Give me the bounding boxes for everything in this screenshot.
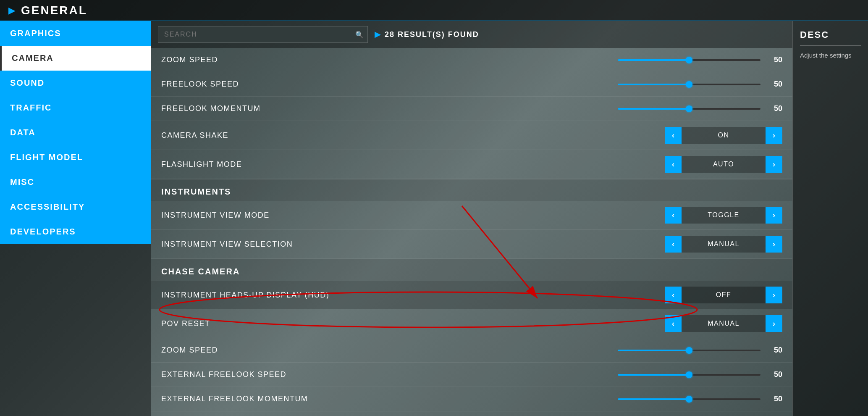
toggle-value: OFF <box>682 287 766 303</box>
slider-value: 50 <box>766 395 782 403</box>
search-bar: 🔍 ▶ 28 RESULT(S) FOUND <box>151 21 792 48</box>
sidebar-item-accessibility[interactable]: ACCESSIBILITY <box>0 195 151 219</box>
content-area: 🔍 ▶ 28 RESULT(S) FOUND ZOOM SPEED <box>151 21 792 416</box>
desc-text: Adjust the settings <box>800 51 861 61</box>
section-header-chase-camera: CHASE CAMERA <box>151 259 792 281</box>
sidebar-item-developers[interactable]: DEVELOPERS <box>0 219 151 244</box>
slider-track[interactable] <box>618 108 760 110</box>
slider-value: 50 <box>766 80 782 89</box>
slider-value: 50 <box>766 55 782 64</box>
toggle-flashlight-mode: ‹ AUTO › <box>665 156 782 173</box>
table-row: FREELOOK MOMENTUM 50 <box>151 97 792 121</box>
setting-label-external-freelook-speed: EXTERNAL FREELOOK SPEED <box>161 370 618 379</box>
sidebar-item-flight-model[interactable]: FLIGHT MODEL <box>0 145 151 170</box>
setting-label-zoom-speed-chase: ZOOM SPEED <box>161 346 618 355</box>
toggle-hud: ‹ OFF › <box>665 287 782 303</box>
setting-label-instrument-view-mode: INSTRUMENT VIEW MODE <box>161 211 665 220</box>
slider-value: 50 <box>766 370 782 379</box>
section-header-instruments: INSTRUMENTS <box>151 179 792 201</box>
slider-track[interactable] <box>618 350 760 351</box>
table-row: ZOOM SPEED 50 <box>151 338 792 363</box>
slider-freelook-momentum[interactable]: 50 <box>618 104 782 113</box>
sidebar-item-traffic[interactable]: TRAFFIC <box>0 95 151 120</box>
slider-value: 50 <box>766 346 782 355</box>
toggle-value: MANUAL <box>682 315 766 332</box>
toggle-instrument-view-mode: ‹ TOGGLE › <box>665 207 782 224</box>
sidebar-item-camera[interactable]: CAMERA <box>0 46 151 71</box>
setting-label-flashlight-mode: FLASHLIGHT MODE <box>161 160 665 169</box>
slider-external-freelook-speed[interactable]: 50 <box>618 370 782 379</box>
setting-label-external-freelook-momentum: EXTERNAL FREELOOK MOMENTUM <box>161 395 618 403</box>
slider-track[interactable] <box>618 374 760 376</box>
toggle-value: TOGGLE <box>682 207 766 224</box>
header-title: ▶ GENERAL <box>8 4 87 17</box>
play-icon: ▶ <box>8 5 16 16</box>
search-icon: 🔍 <box>355 31 364 39</box>
setting-label-instrument-view-selection: INSTRUMENT VIEW SELECTION <box>161 240 665 249</box>
slider-value: 50 <box>766 104 782 113</box>
search-input[interactable] <box>158 26 368 43</box>
toggle-right-btn[interactable]: › <box>766 287 782 303</box>
slider-freelook-speed[interactable]: 50 <box>618 80 782 89</box>
results-label: ▶ 28 RESULT(S) FOUND <box>375 30 479 39</box>
toggle-pov-reset: ‹ MANUAL › <box>665 315 782 332</box>
search-wrapper: 🔍 <box>158 26 368 43</box>
toggle-value: AUTO <box>682 156 766 173</box>
settings-list: ZOOM SPEED 50 FREELOOK SPEED <box>151 48 792 416</box>
toggle-left-btn[interactable]: ‹ <box>665 236 682 253</box>
setting-label-pov-reset: POV RESET <box>161 319 665 328</box>
setting-label-freelook-speed: FREELOOK SPEED <box>161 80 618 89</box>
toggle-left-btn[interactable]: ‹ <box>665 315 682 332</box>
slider-track[interactable] <box>618 398 760 400</box>
toggle-right-btn[interactable]: › <box>766 236 782 253</box>
desc-title: DESC <box>800 29 861 46</box>
sidebar: GRAPHICS CAMERA SOUND TRAFFIC DATA FLIGH… <box>0 21 151 416</box>
slider-external-freelook-momentum[interactable]: 50 <box>618 395 782 403</box>
slider-zoom-speed[interactable]: 50 <box>618 55 782 64</box>
toggle-value: MANUAL <box>682 236 766 253</box>
toggle-value: ON <box>682 127 766 144</box>
results-arrow: ▶ <box>375 30 381 39</box>
toggle-right-btn[interactable]: › <box>766 127 782 144</box>
slider-track[interactable] <box>618 59 760 61</box>
setting-label-freelook-momentum: FREELOOK MOMENTUM <box>161 104 618 113</box>
sidebar-item-graphics[interactable]: GRAPHICS <box>0 21 151 46</box>
table-row: FREELOOK SPEED 50 <box>151 72 792 97</box>
toggle-right-btn[interactable]: › <box>766 315 782 332</box>
sidebar-item-misc[interactable]: MISC <box>0 170 151 195</box>
table-row: FLASHLIGHT MODE ‹ AUTO › <box>151 150 792 179</box>
toggle-left-btn[interactable]: ‹ <box>665 207 682 224</box>
sidebar-item-sound[interactable]: SOUND <box>0 71 151 95</box>
sidebar-item-data[interactable]: DATA <box>0 120 151 145</box>
slider-track[interactable] <box>618 84 760 85</box>
table-row: EXTERNAL FREELOOK MOMENTUM 50 <box>151 387 792 411</box>
toggle-camera-shake: ‹ ON › <box>665 127 782 144</box>
setting-label-camera-shake: CAMERA SHAKE <box>161 131 665 140</box>
right-panel: DESC Adjust the settings <box>792 21 868 416</box>
table-row-hud: INSTRUMENT HEADS-UP DISPLAY (HUD) ‹ OFF … <box>151 281 792 309</box>
slider-zoom-speed-chase[interactable]: 50 <box>618 346 782 355</box>
setting-label-zoom-speed: ZOOM SPEED <box>161 55 618 64</box>
table-row: CAMERA SHAKE ‹ ON › <box>151 121 792 150</box>
table-row: INSTRUMENT VIEW MODE ‹ TOGGLE › <box>151 201 792 230</box>
toggle-right-btn[interactable]: › <box>766 207 782 224</box>
table-row: ZOOM SPEED 50 <box>151 48 792 72</box>
table-row: POV RESET ‹ MANUAL › <box>151 309 792 338</box>
table-row: INSTRUMENT VIEW SELECTION ‹ MANUAL › <box>151 230 792 259</box>
toggle-left-btn[interactable]: ‹ <box>665 287 682 303</box>
toggle-right-btn[interactable]: › <box>766 156 782 173</box>
toggle-instrument-view-selection: ‹ MANUAL › <box>665 236 782 253</box>
setting-label-hud: INSTRUMENT HEADS-UP DISPLAY (HUD) <box>161 291 665 300</box>
toggle-left-btn[interactable]: ‹ <box>665 127 682 144</box>
table-row: EXTERNAL FREELOOK SPEED 50 <box>151 363 792 387</box>
toggle-left-btn[interactable]: ‹ <box>665 156 682 173</box>
